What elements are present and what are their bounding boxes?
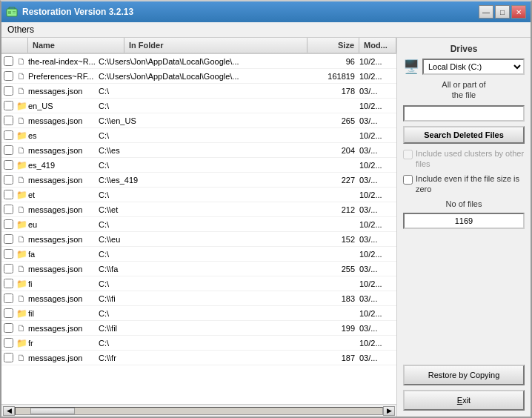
row-checkbox-cell[interactable] — [1, 101, 15, 110]
svg-rect-1 — [8, 11, 11, 14]
row-folder: C:\\et — [99, 205, 307, 214]
table-row[interactable]: 📁 fa C:\ 10/2... — [1, 247, 396, 262]
table-row[interactable]: 📁 eu C:\ 10/2... — [1, 217, 396, 232]
row-checkbox[interactable] — [4, 130, 13, 140]
table-row[interactable]: 📁 en_US C:\ 10/2... — [1, 99, 396, 113]
table-row[interactable]: 🗋 messages.json C:\\fi 183 03/... — [1, 291, 396, 306]
table-row[interactable]: 🗋 the-real-index~R... C:\Users\Jon\AppDa… — [1, 54, 396, 69]
table-row[interactable]: 🗋 messages.json C:\\eu 152 03/... — [1, 232, 396, 247]
table-row[interactable]: 📁 fil C:\ 10/2... — [1, 306, 396, 321]
table-row[interactable]: 🗋 messages.json C:\\en_US 265 03/... — [1, 113, 396, 128]
table-row[interactable]: 📁 fr C:\ 10/2... — [1, 336, 396, 351]
row-checkbox[interactable] — [4, 353, 13, 362]
row-checkbox-cell[interactable] — [1, 86, 15, 96]
row-folder: C:\\en_US — [99, 116, 307, 125]
row-checkbox[interactable] — [4, 190, 13, 199]
row-checkbox-cell[interactable] — [1, 160, 15, 170]
row-checkbox[interactable] — [4, 264, 13, 273]
row-checkbox-cell[interactable] — [1, 130, 15, 140]
row-checkbox[interactable] — [4, 234, 13, 244]
row-checkbox-cell[interactable] — [1, 116, 15, 125]
table-row[interactable]: 📁 et C:\ 10/2... — [1, 188, 396, 202]
exit-button[interactable]: Exit — [403, 390, 525, 411]
row-folder: C:\ — [99, 87, 307, 96]
table-row[interactable]: 🗋 messages.json C:\\fr 187 03/... — [1, 351, 396, 365]
row-checkbox[interactable] — [4, 308, 13, 318]
row-checkbox-cell[interactable] — [1, 71, 15, 81]
scrollbar-thumb[interactable] — [30, 408, 75, 414]
row-mod: 10/2... — [359, 72, 396, 81]
row-checkbox[interactable] — [4, 101, 13, 110]
row-checkbox-cell[interactable] — [1, 56, 15, 66]
file-search-input[interactable] — [403, 105, 525, 122]
row-checkbox-cell[interactable] — [1, 219, 15, 229]
row-checkbox[interactable] — [4, 56, 13, 66]
table-row[interactable]: 🗋 messages.json C:\\es_419 227 03/... — [1, 173, 396, 188]
row-type-icon: 🗋 — [15, 115, 28, 127]
row-checkbox-cell[interactable] — [1, 353, 15, 362]
row-checkbox-cell[interactable] — [1, 264, 15, 273]
row-checkbox-cell[interactable] — [1, 175, 15, 185]
row-checkbox-cell[interactable] — [1, 190, 15, 199]
row-checkbox-cell[interactable] — [1, 249, 15, 259]
minimize-button[interactable]: — — [479, 5, 493, 19]
maximize-button[interactable]: □ — [495, 5, 510, 19]
menu-bar: Others — [1, 22, 531, 38]
row-type-icon: 📁 — [15, 278, 28, 290]
include-zero-size-checkbox[interactable] — [403, 175, 413, 185]
row-size: 204 — [307, 146, 359, 155]
col-header-folder[interactable]: In Folder — [124, 38, 307, 53]
row-name: fr — [28, 339, 99, 348]
include-used-clusters-checkbox[interactable] — [403, 150, 413, 159]
row-checkbox[interactable] — [4, 160, 13, 170]
col-header-name[interactable]: Name — [28, 38, 124, 53]
table-row[interactable]: 🗋 messages.json C:\ 178 03/... — [1, 84, 396, 99]
row-checkbox[interactable] — [4, 71, 13, 81]
row-name: Preferences~RF... — [28, 72, 99, 81]
table-row[interactable]: 🗋 messages.json C:\\et 212 03/... — [1, 202, 396, 217]
row-type-icon: 🗋 — [15, 145, 28, 156]
row-checkbox[interactable] — [4, 219, 13, 229]
row-checkbox-cell[interactable] — [1, 234, 15, 244]
row-checkbox-cell[interactable] — [1, 323, 15, 333]
row-folder: C:\\eu — [99, 235, 307, 244]
horizontal-scrollbar[interactable]: ◀ ▶ — [1, 404, 396, 417]
row-checkbox[interactable] — [4, 145, 13, 155]
table-row[interactable]: 🗋 messages.json C:\\es 204 03/... — [1, 143, 396, 158]
row-mod: 10/2... — [359, 102, 396, 110]
row-checkbox-cell[interactable] — [1, 145, 15, 155]
row-checkbox-cell[interactable] — [1, 279, 15, 288]
row-checkbox[interactable] — [4, 116, 13, 125]
row-checkbox[interactable] — [4, 86, 13, 96]
menu-others[interactable]: Others — [7, 24, 34, 35]
file-table-body[interactable]: 🗋 the-real-index~R... C:\Users\Jon\AppDa… — [1, 54, 396, 404]
scrollbar-track[interactable] — [15, 407, 383, 415]
search-deleted-files-button[interactable]: Search Deleted Files — [403, 126, 525, 144]
table-row[interactable]: 🗋 messages.json C:\\fa 255 03/... — [1, 262, 396, 276]
row-checkbox-cell[interactable] — [1, 308, 15, 318]
row-checkbox[interactable] — [4, 249, 13, 259]
row-name: fil — [28, 309, 99, 318]
row-checkbox-cell[interactable] — [1, 338, 15, 348]
row-mod: 03/... — [359, 324, 396, 333]
row-checkbox[interactable] — [4, 323, 13, 333]
col-header-mod[interactable]: Mod... — [359, 38, 396, 53]
table-row[interactable]: 📁 fi C:\ 10/2... — [1, 276, 396, 291]
table-row[interactable]: 📁 es_419 C:\ 10/2... — [1, 158, 396, 173]
restore-by-copying-button[interactable]: Restore by Copying — [403, 365, 525, 385]
row-checkbox[interactable] — [4, 205, 13, 214]
row-checkbox[interactable] — [4, 338, 13, 348]
row-checkbox-cell[interactable] — [1, 205, 15, 214]
row-mod: 03/... — [359, 116, 396, 125]
table-row[interactable]: 🗋 messages.json C:\\fil 199 03/... — [1, 321, 396, 336]
table-header: Name In Folder Size Mod... — [1, 38, 396, 54]
row-checkbox[interactable] — [4, 175, 13, 185]
close-button[interactable]: ✕ — [511, 5, 526, 19]
row-checkbox-cell[interactable] — [1, 293, 15, 303]
row-checkbox[interactable] — [4, 279, 13, 288]
col-header-size[interactable]: Size — [307, 38, 359, 53]
table-row[interactable]: 📁 es C:\ 10/2... — [1, 128, 396, 143]
row-checkbox[interactable] — [4, 293, 13, 303]
table-row[interactable]: 🗋 Preferences~RF... C:\Users\Jon\AppData… — [1, 69, 396, 84]
drive-dropdown[interactable]: Local Disk (C:) — [422, 59, 525, 75]
